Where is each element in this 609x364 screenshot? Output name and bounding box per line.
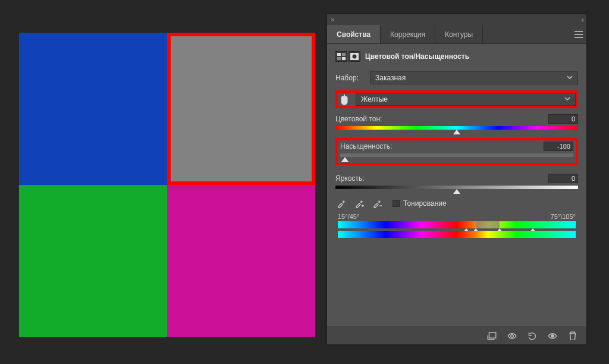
panel-chrome: × ‹‹ (327, 14, 586, 25)
panel-footer (327, 327, 586, 344)
svg-rect-2 (337, 57, 341, 60)
hue-range-strip-bottom[interactable] (338, 231, 576, 238)
preset-value: Заказная (375, 74, 406, 82)
adjustment-type-icon[interactable] (335, 51, 347, 62)
preset-row: Набор: Заказная (335, 71, 578, 84)
hue-slider-block: Цветовой тон: 0 (335, 114, 578, 130)
panel-menu-icon[interactable] (571, 25, 586, 43)
lightness-slider-block: Яркость: 0 (335, 174, 578, 189)
chevron-down-icon (564, 95, 570, 103)
targeted-adjust-icon[interactable] (338, 93, 351, 106)
hue-label: Цветовой тон: (335, 115, 382, 123)
lightness-slider-handle[interactable] (453, 189, 460, 194)
layer-mask-icon[interactable] (349, 51, 360, 62)
clip-to-layer-icon[interactable] (486, 331, 497, 341)
range-left: 15°/45° (338, 213, 359, 220)
channel-value: Желтые (361, 95, 388, 103)
eyedropper-row: Тонирование (335, 197, 578, 209)
eyedropper-subtract-icon[interactable] (371, 197, 383, 209)
quad-gray-highlighted (167, 33, 315, 185)
saturation-slider[interactable] (340, 153, 573, 157)
preset-dropdown[interactable]: Заказная (370, 71, 578, 84)
tab-contours[interactable]: Контуры (435, 25, 483, 43)
adjustment-header: Цветовой тон/Насыщенность (335, 51, 578, 62)
eyedropper-icon[interactable] (335, 197, 347, 209)
hue-range-strip-top[interactable] (338, 221, 576, 228)
close-icon[interactable]: × (331, 16, 334, 23)
panel-tabs: Свойства Коррекция Контуры (327, 25, 586, 44)
saturation-slider-handle[interactable] (341, 157, 349, 162)
collapse-icon[interactable]: ‹‹ (581, 17, 583, 23)
hue-slider[interactable] (335, 126, 578, 130)
colorize-label: Тонирование (403, 199, 447, 208)
adjustment-title: Цветовой тон/Насыщенность (365, 52, 469, 61)
trash-icon[interactable] (567, 331, 578, 341)
svg-rect-3 (342, 57, 346, 60)
hue-slider-handle[interactable] (453, 130, 460, 134)
range-right: 75°\105° (551, 213, 576, 220)
channel-highlight: Желтые (335, 90, 578, 108)
saturation-highlight: Насыщенность: -100 (335, 138, 578, 165)
tab-properties[interactable]: Свойства (327, 25, 381, 43)
saturation-value[interactable]: -100 (544, 142, 573, 151)
quad-blue (19, 33, 167, 185)
eyedropper-add-icon[interactable] (353, 197, 365, 209)
range-labels: 15°/45° 75°\105° (338, 213, 576, 220)
svg-rect-0 (337, 53, 341, 56)
svg-rect-1 (342, 53, 346, 56)
lightness-value[interactable]: 0 (548, 174, 578, 183)
quad-magenta (167, 185, 315, 337)
svg-point-8 (551, 334, 554, 337)
reset-icon[interactable] (527, 331, 538, 341)
preset-label: Набор: (335, 74, 365, 82)
properties-panel: × ‹‹ Свойства Коррекция Контуры Цветовой… (327, 14, 586, 344)
colorize-checkbox[interactable] (393, 200, 400, 207)
saturation-label: Насыщенность: (340, 142, 392, 150)
quad-green (19, 185, 167, 337)
view-previous-icon[interactable] (507, 331, 517, 341)
svg-point-7 (511, 334, 514, 337)
lightness-slider[interactable] (335, 186, 578, 189)
tab-correction[interactable]: Коррекция (381, 25, 435, 43)
channel-dropdown[interactable]: Желтые (356, 93, 576, 106)
svg-rect-6 (489, 332, 496, 338)
visibility-icon[interactable] (547, 331, 558, 341)
hue-value[interactable]: 0 (548, 114, 578, 124)
document-canvas (19, 33, 315, 337)
lightness-label: Яркость: (335, 174, 364, 183)
chevron-down-icon (567, 74, 573, 82)
svg-point-5 (353, 55, 357, 59)
